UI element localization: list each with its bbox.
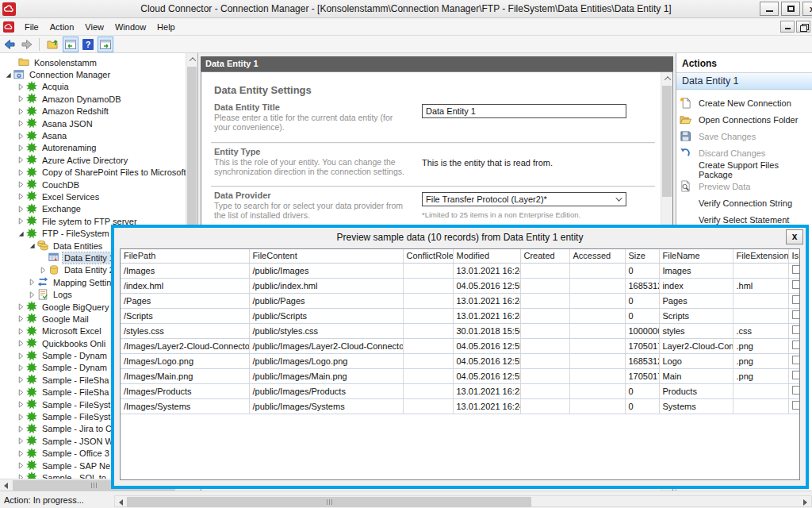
table-cell: 0: [625, 398, 659, 414]
table-row[interactable]: /Images/Products/public/Images/Products1…: [121, 383, 800, 398]
table-row[interactable]: /index.hml/public/index.hml04.05.2016 12…: [121, 278, 800, 293]
tree-item[interactable]: Asana JSON: [0, 117, 185, 129]
scrollbar-thumb[interactable]: [127, 497, 531, 507]
column-header[interactable]: Modified: [453, 249, 520, 263]
data-provider-select[interactable]: File Transfer Protocol (Layer2)*: [422, 192, 626, 206]
expander-collapsed-icon[interactable]: [27, 291, 36, 299]
column-header[interactable]: Size: [625, 249, 659, 263]
action-item[interactable]: Create Support Files Package: [676, 161, 812, 178]
actions-group-header[interactable]: Data Entity 1: [676, 73, 812, 90]
data-entity-title-input[interactable]: [422, 104, 626, 118]
scroll-right-button[interactable]: [799, 496, 811, 508]
forward-button[interactable]: [19, 37, 35, 52]
show-action-pane-button[interactable]: [98, 37, 113, 52]
tree-item[interactable]: Acquia: [0, 81, 185, 93]
table-row[interactable]: /Images/public/Images13.01.2021 16:240Im…: [121, 263, 800, 278]
column-header[interactable]: Accessed: [569, 249, 625, 263]
tree-item[interactable]: Konsolenstamm: [0, 56, 185, 68]
column-header[interactable]: FileContent: [249, 249, 403, 263]
expander-collapsed-icon[interactable]: [16, 388, 25, 397]
tree-item[interactable]: Autorenaming: [0, 142, 185, 154]
expander-collapsed-icon[interactable]: [16, 107, 25, 116]
expander-collapsed-icon[interactable]: [16, 192, 25, 201]
expander-collapsed-icon[interactable]: [16, 144, 25, 152]
expander-expanded-icon[interactable]: [3, 71, 13, 79]
tree-item[interactable]: Copy of SharePoint Files to Microsoft S: [0, 167, 185, 179]
main-horizontal-scrollbar[interactable]: [114, 495, 812, 507]
table-row[interactable]: /Images/Systems/public/Images/Systems13.…: [121, 398, 800, 414]
column-header[interactable]: ConflictRole: [403, 249, 453, 263]
tree-item[interactable]: Azure Active Directory: [0, 154, 185, 166]
expander-collapsed-icon[interactable]: [27, 278, 36, 287]
expander-collapsed-icon[interactable]: [16, 449, 25, 458]
menu-action[interactable]: Action: [44, 20, 80, 34]
expander-collapsed-icon[interactable]: [16, 180, 25, 189]
expander-expanded-icon[interactable]: [16, 229, 25, 238]
expander-collapsed-icon[interactable]: [16, 375, 25, 384]
tree-item[interactable]: Amazon Redshift: [0, 106, 185, 117]
expander-collapsed-icon[interactable]: [16, 364, 25, 372]
tree-item[interactable]: Amazon DynamoDB: [0, 93, 185, 105]
tree-item[interactable]: Asana: [0, 129, 185, 141]
action-item[interactable]: Verify Connection String: [676, 194, 812, 211]
back-button[interactable]: [2, 37, 17, 52]
action-item[interactable]: Create New Connection: [676, 94, 812, 111]
close-button[interactable]: x: [802, 2, 812, 16]
expander-collapsed-icon[interactable]: [16, 400, 25, 409]
tree-item[interactable]: Exchange: [0, 203, 185, 215]
minimize-button[interactable]: [760, 2, 779, 16]
tree-item[interactable]: Connection Manager: [0, 68, 185, 80]
table-row[interactable]: /styles.css/public/styles.css30.01.2018 …: [121, 323, 800, 338]
dialog-close-button[interactable]: x: [786, 229, 803, 244]
scroll-left-button[interactable]: [115, 496, 127, 508]
expander-collapsed-icon[interactable]: [16, 132, 25, 140]
table-row[interactable]: /Images/Layer2-Cloud-Connector.png/publi…: [121, 338, 800, 353]
expander-collapsed-icon[interactable]: [16, 314, 25, 323]
expander-collapsed-icon[interactable]: [16, 205, 25, 214]
table-cell: /public/Images/Logo.png: [249, 353, 403, 368]
expander-collapsed-icon[interactable]: [16, 425, 25, 433]
expander-collapsed-icon[interactable]: [16, 119, 25, 128]
table-row[interactable]: /Scripts/public/Scripts13.01.2021 16:240…: [121, 308, 800, 323]
expander-collapsed-icon[interactable]: [16, 302, 25, 311]
action-item[interactable]: Open Connections Folder: [676, 111, 812, 128]
tree-item[interactable]: Excel Services: [0, 190, 185, 202]
tree-item[interactable]: CouchDB: [0, 179, 185, 190]
scroll-left-button[interactable]: [0, 479, 12, 491]
expander-collapsed-icon[interactable]: [38, 266, 48, 275]
expander-collapsed-icon[interactable]: [16, 156, 25, 164]
expander-collapsed-icon[interactable]: [16, 413, 25, 421]
column-header[interactable]: FilePath: [121, 249, 249, 263]
scroll-up-button[interactable]: [186, 53, 198, 65]
table-row[interactable]: /Images/Logo.png/public/Images/Logo.png0…: [121, 353, 800, 368]
menu-help[interactable]: Help: [151, 20, 181, 34]
help-button[interactable]: ?: [80, 37, 96, 52]
column-header[interactable]: FileExtension: [733, 249, 788, 263]
column-header[interactable]: FileName: [659, 249, 733, 263]
expander-expanded-icon[interactable]: [27, 241, 36, 250]
maximize-button[interactable]: [781, 2, 800, 16]
expander-collapsed-icon[interactable]: [16, 339, 25, 348]
expander-collapsed-icon[interactable]: [16, 83, 25, 91]
menu-view[interactable]: View: [79, 20, 109, 34]
child-minimize-button[interactable]: [780, 21, 795, 33]
show-console-tree-button[interactable]: [63, 37, 79, 52]
expander-collapsed-icon[interactable]: [16, 352, 25, 360]
export-list-button[interactable]: [45, 37, 61, 52]
expander-collapsed-icon[interactable]: [16, 217, 25, 225]
expander-collapsed-icon[interactable]: [16, 437, 25, 445]
table-row[interactable]: /Images/Main.png/public/Images/Main.png0…: [121, 368, 800, 383]
expander-collapsed-icon[interactable]: [16, 168, 25, 177]
scroll-up-button[interactable]: [661, 72, 673, 84]
expander-collapsed-icon[interactable]: [16, 94, 25, 103]
expander-collapsed-icon[interactable]: [16, 461, 25, 470]
menu-file[interactable]: File: [19, 20, 44, 34]
scrollbar-thumb[interactable]: [662, 86, 672, 197]
table-row[interactable]: /Pages/public/Pages13.01.2021 16:240Page…: [121, 293, 800, 308]
chevron-up-icon: [189, 57, 195, 64]
expander-collapsed-icon[interactable]: [16, 327, 25, 336]
menu-window[interactable]: Window: [109, 20, 151, 34]
child-restore-button[interactable]: [796, 21, 810, 33]
column-header[interactable]: Created: [520, 249, 569, 263]
column-header[interactable]: IsF: [788, 249, 800, 263]
